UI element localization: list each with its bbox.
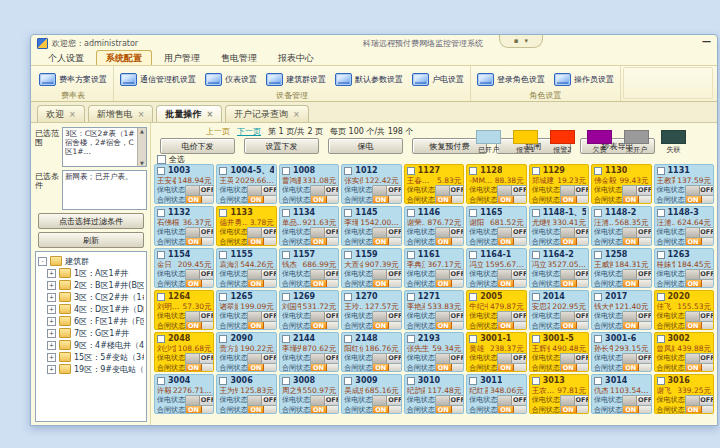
meter-card[interactable]: 3016谢飞339.25元保电状态OFF合闸状态ON (654, 374, 714, 414)
power-keep-toggle[interactable]: OFF (622, 395, 651, 406)
power-keep-toggle[interactable]: OFF (560, 311, 589, 322)
card-checkbox[interactable] (282, 167, 290, 175)
switch-toggle[interactable]: ON (497, 405, 526, 415)
next-page-link[interactable]: 下一页 (237, 126, 261, 137)
ribbon-button[interactable]: 仪表设置 (205, 73, 257, 86)
switch-toggle[interactable]: ON (310, 195, 339, 205)
card-checkbox[interactable] (407, 335, 415, 343)
tree-item-3[interactable]: +4区：D区1#井（D区1 (38, 303, 144, 315)
filter-select-button[interactable]: 点击选择过滤条件 (38, 213, 144, 229)
power-keep-toggle[interactable]: OFF (435, 185, 464, 196)
meter-card[interactable]: 1155袁海清544.26元保电状态OFF合闸状态ON (216, 248, 276, 288)
power-keep-toggle[interactable]: OFF (247, 227, 276, 238)
card-checkbox[interactable] (657, 251, 665, 259)
meter-card[interactable]: 1008曹鸿鹏…331.08元保电状态OFF合闸状态ON (279, 164, 339, 204)
card-checkbox[interactable] (657, 293, 665, 301)
switch-toggle[interactable]: ON (435, 405, 464, 415)
switch-toggle[interactable]: ON (622, 279, 651, 289)
power-keep-toggle[interactable]: OFF (185, 353, 214, 364)
power-keep-toggle[interactable]: OFF (497, 395, 526, 406)
card-checkbox[interactable] (344, 167, 352, 175)
card-checkbox[interactable] (157, 251, 165, 259)
meter-card[interactable]: 1148-1、522尤继铁330.41元保电状态OFF合闸状态ON (529, 206, 589, 246)
switch-toggle[interactable]: ON (685, 363, 714, 373)
switch-toggle[interactable]: ON (435, 321, 464, 331)
switch-toggle[interactable]: ON (560, 321, 589, 331)
card-checkbox[interactable] (469, 209, 477, 217)
switch-toggle[interactable]: ON (185, 363, 214, 373)
power-keep-toggle[interactable]: OFF (372, 227, 401, 238)
switch-toggle[interactable]: ON (560, 363, 589, 373)
switch-toggle[interactable]: ON (247, 195, 276, 205)
meter-card[interactable]: 1146谢荣…876.72元保电状态OFF合闸状态ON (404, 206, 464, 246)
meter-card[interactable]: 1159大置金907.39元保电状态OFF合闸状态ON (341, 248, 401, 288)
card-checkbox[interactable] (344, 293, 352, 301)
switch-toggle[interactable]: ON (435, 195, 464, 205)
switch-toggle[interactable]: ON (372, 195, 401, 205)
card-checkbox[interactable] (219, 251, 227, 259)
power-keep-toggle[interactable]: OFF (247, 311, 276, 322)
card-checkbox[interactable] (344, 335, 352, 343)
card-checkbox[interactable] (344, 251, 352, 259)
tree-item-0[interactable]: +1区：A区1#井 (38, 267, 144, 279)
power-keep-toggle[interactable]: OFF (185, 185, 214, 196)
window-notch[interactable]: ▪ ▾ (499, 35, 543, 48)
prev-page-link[interactable]: 上一页 (206, 126, 230, 137)
meter-card[interactable]: 2014安思花202.95元保电状态OFF合闸状态ON (529, 290, 589, 330)
doc-tab-0[interactable]: 欢迎× (37, 105, 85, 122)
switch-toggle[interactable]: ON (372, 363, 401, 373)
card-checkbox[interactable] (469, 293, 477, 301)
power-keep-toggle[interactable]: OFF (247, 353, 276, 364)
card-checkbox[interactable] (407, 293, 415, 301)
switch-toggle[interactable]: ON (622, 405, 651, 415)
expand-icon[interactable]: + (47, 293, 56, 302)
ribbon-button[interactable]: 通信管理机设置 (120, 73, 196, 86)
card-checkbox[interactable] (282, 335, 290, 343)
card-checkbox[interactable] (157, 167, 165, 175)
power-keep-toggle[interactable]: OFF (372, 185, 401, 196)
meter-card[interactable]: 1132石佛根…36.37元保电状态OFF合闸状态ON (154, 206, 214, 246)
meter-card[interactable]: 1012张实保…122.42元保电状态OFF合闸状态ON (341, 164, 401, 204)
meter-card[interactable]: 3002曾凤娟439.88元保电状态OFF合闸状态ON (654, 332, 714, 372)
tree-item-4[interactable]: +6区：F区1#井（F区1# (38, 315, 144, 327)
card-checkbox[interactable] (219, 293, 227, 301)
power-keep-toggle[interactable]: OFF (560, 395, 589, 406)
ribbon-button[interactable]: 默认参数设置 (335, 73, 403, 86)
switch-toggle[interactable]: ON (685, 195, 714, 205)
card-checkbox[interactable] (532, 293, 540, 301)
power-keep-toggle[interactable]: OFF (435, 353, 464, 364)
card-checkbox[interactable] (594, 251, 602, 259)
power-keep-toggle[interactable]: OFF (435, 395, 464, 406)
meter-card[interactable]: 1128-MM…88.38元保电状态OFF合闸状态ON (466, 164, 526, 204)
power-keep-toggle[interactable]: OFF (310, 353, 339, 364)
power-keep-toggle[interactable]: OFF (435, 269, 464, 280)
power-keep-toggle[interactable]: OFF (372, 269, 401, 280)
switch-toggle[interactable]: ON (560, 405, 589, 415)
meter-card[interactable]: 1134单品…921.63元保电状态OFF合闸状态ON (279, 206, 339, 246)
meter-card[interactable]: 3011纪红霞348.06元保电状态OFF合闸状态ON (466, 374, 526, 414)
switch-toggle[interactable]: ON (685, 237, 714, 247)
power-keep-toggle[interactable]: OFF (685, 185, 714, 196)
meter-card[interactable]: 1129郑城建…19.23元保电状态OFF合闸状态ON (529, 164, 589, 204)
ribbon-tab-0[interactable]: 个人设置 (39, 51, 93, 65)
power-keep-toggle[interactable]: OFF (185, 395, 214, 406)
card-checkbox[interactable] (157, 335, 165, 343)
meter-card[interactable]: 1157钱杰686.99元保电状态OFF合闸状态ON (279, 248, 339, 288)
power-keep-toggle[interactable]: OFF (497, 227, 526, 238)
meter-card[interactable]: 1154金日209.45元保电状态OFF合闸状态ON (154, 248, 214, 288)
meter-card[interactable]: 3001-6孙长争…293.15元保电状态OFF合闸状态ON (591, 332, 651, 372)
power-keep-toggle[interactable]: OFF (185, 311, 214, 322)
power-keep-toggle[interactable]: OFF (185, 227, 214, 238)
doc-tab-1[interactable]: 新增售电× (88, 105, 154, 122)
power-keep-toggle[interactable]: OFF (310, 311, 339, 322)
power-keep-toggle[interactable]: OFF (185, 269, 214, 280)
card-checkbox[interactable] (407, 167, 415, 175)
power-keep-toggle[interactable]: OFF (372, 353, 401, 364)
tab-close-icon[interactable]: × (138, 111, 145, 119)
meter-card[interactable]: 2148阳红仙186.76元保电状态OFF合闸状态ON (341, 332, 401, 372)
expand-icon[interactable]: + (47, 353, 56, 362)
card-checkbox[interactable] (407, 209, 415, 217)
meter-card[interactable]: 1164-2冯立敏3527.05…保电状态OFF合闸状态ON (529, 248, 589, 288)
switch-toggle[interactable]: ON (685, 405, 714, 415)
card-checkbox[interactable] (219, 209, 227, 217)
